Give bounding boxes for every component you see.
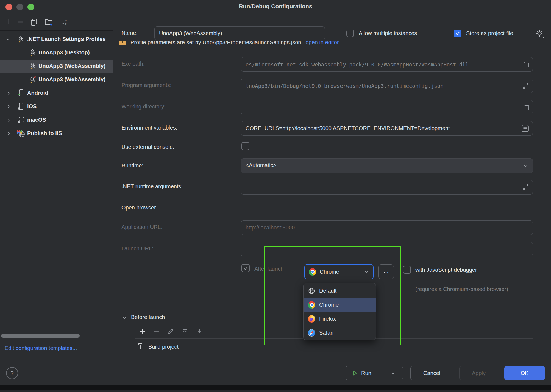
working-directory-field[interactable] xyxy=(241,100,533,114)
name-label: Name: xyxy=(121,30,138,36)
expand-field-icon[interactable] xyxy=(522,82,529,89)
browser-option-firefox[interactable]: Firefox xyxy=(304,312,376,326)
remove-configuration-icon[interactable] xyxy=(16,18,24,26)
before-launch-move-up-icon[interactable] xyxy=(181,328,189,335)
before-launch-remove-icon[interactable] xyxy=(153,328,160,335)
use-external-console-checkbox[interactable] xyxy=(241,142,249,150)
run-options-chevron-icon[interactable] xyxy=(391,371,396,376)
apply-button-label: Apply xyxy=(472,370,486,376)
macos-device-icon xyxy=(16,116,25,124)
help-button[interactable]: ? xyxy=(6,367,18,379)
tree-item-label: Android xyxy=(27,90,48,96)
rocket-icon xyxy=(28,48,37,57)
sort-configurations-icon[interactable]: a z xyxy=(60,18,69,26)
chevron-right-icon[interactable] xyxy=(7,118,11,122)
apply-button[interactable]: Apply xyxy=(459,366,498,380)
dotnet-runtime-arguments-field[interactable] xyxy=(241,180,533,195)
tree-item-label: iOS xyxy=(27,103,37,110)
before-launch-section-title: Before launch xyxy=(131,314,165,320)
folder-icon[interactable] xyxy=(521,61,529,68)
tree-item-dotnet-launch-settings[interactable]: .NET Launch Settings Profiles xyxy=(0,33,113,46)
expand-field-icon[interactable] xyxy=(522,184,529,191)
run-button-separator xyxy=(385,368,385,378)
dotnet-runtime-arguments-label: .NET runtime arguments: xyxy=(121,183,183,190)
tree-item-unoapp3-webassembly-selected[interactable]: UnoApp3 (WebAssembly) xyxy=(0,60,113,73)
rocket-error-icon xyxy=(28,75,37,84)
runtime-select[interactable]: <Automatic> xyxy=(241,158,533,173)
store-as-project-file-checkbox[interactable] xyxy=(454,30,461,37)
cancel-button[interactable]: Cancel xyxy=(410,366,453,380)
run-button-label: Run xyxy=(361,370,371,376)
build-project-hammer-icon xyxy=(137,342,145,350)
sidebar-main-divider xyxy=(113,15,113,358)
window-bottom-shadow xyxy=(0,385,551,390)
warning-icon xyxy=(119,41,126,45)
chevron-right-icon[interactable] xyxy=(7,105,11,109)
application-url-label: Application URL: xyxy=(121,224,162,230)
ok-button[interactable]: OK xyxy=(504,366,545,380)
store-as-project-file-label: Store as project file xyxy=(466,30,513,37)
name-field[interactable] xyxy=(154,26,325,40)
store-settings-gear-icon[interactable] xyxy=(535,29,545,39)
iis-globe-icon xyxy=(16,129,26,138)
browser-option-label: Chrome xyxy=(319,302,339,308)
rocket-icon xyxy=(16,35,25,44)
name-input[interactable] xyxy=(155,27,325,40)
chevron-right-icon[interactable] xyxy=(7,91,11,95)
chevron-right-icon[interactable] xyxy=(7,131,11,136)
run-split-button[interactable]: Run xyxy=(346,366,403,380)
working-directory-input[interactable] xyxy=(241,100,533,114)
environment-variables-field[interactable] xyxy=(241,121,533,136)
exe-path-field[interactable] xyxy=(241,57,533,72)
edit-configuration-templates-link[interactable]: Edit configuration templates... xyxy=(5,345,77,351)
new-folder-icon[interactable] xyxy=(44,18,53,26)
firefox-icon xyxy=(308,315,315,323)
env-variables-list-icon[interactable] xyxy=(521,124,529,133)
application-url-field[interactable] xyxy=(241,220,533,235)
js-debugger-checkbox[interactable] xyxy=(403,266,411,274)
program-arguments-field[interactable] xyxy=(241,79,533,93)
allow-multiple-instances-checkbox[interactable] xyxy=(346,30,354,37)
run-debug-configurations-dialog: Run/Debug Configurations a z xyxy=(0,0,551,392)
exe-path-input[interactable] xyxy=(241,57,533,71)
before-launch-move-down-icon[interactable] xyxy=(196,328,203,335)
browser-select[interactable]: Chrome xyxy=(304,264,374,279)
launch-url-field[interactable] xyxy=(241,242,533,256)
svg-text:a: a xyxy=(65,19,67,22)
warning-text: Profile parameters are set by UnoApp3/Pr… xyxy=(130,41,301,46)
dotnet-runtime-arguments-input[interactable] xyxy=(241,180,533,194)
environment-variables-input[interactable] xyxy=(241,121,533,135)
tree-item-macos[interactable]: macOS xyxy=(0,113,113,127)
before-launch-edit-icon[interactable] xyxy=(167,328,174,335)
add-configuration-icon[interactable] xyxy=(4,18,13,26)
launch-url-input[interactable] xyxy=(241,242,533,256)
folder-icon[interactable] xyxy=(521,104,529,111)
chevron-down-icon xyxy=(523,163,528,168)
dialog-title: Run/Debug Configurations xyxy=(0,3,551,10)
before-launch-add-icon[interactable] xyxy=(139,328,146,335)
tree-item-publish-to-iis[interactable]: Publish to IIS xyxy=(0,127,113,140)
run-play-icon xyxy=(352,370,358,376)
chevron-down-icon[interactable] xyxy=(6,37,10,41)
application-url-input[interactable] xyxy=(241,221,533,235)
tree-item-unoapp3-desktop[interactable]: UnoApp3 (Desktop) xyxy=(0,46,113,60)
sidebar-horizontal-scrollbar[interactable] xyxy=(1,334,80,338)
profile-warning-banner: Profile parameters are set by UnoApp3/Pr… xyxy=(119,41,465,51)
tree-item-android[interactable]: Android xyxy=(0,86,113,100)
chrome-icon xyxy=(309,268,316,276)
browser-option-safari[interactable]: Safari xyxy=(304,326,376,340)
exe-path-label: Exe path: xyxy=(121,61,145,67)
program-arguments-input[interactable] xyxy=(241,79,533,93)
browser-more-button[interactable]: ... xyxy=(378,264,394,279)
browser-option-default[interactable]: Default xyxy=(304,284,376,298)
tree-item-unoapp3-webassembly-invalid[interactable]: UnoApp3 (WebAssembly) xyxy=(0,73,113,86)
chrome-icon xyxy=(308,301,315,309)
copy-configuration-icon[interactable] xyxy=(30,18,38,26)
after-launch-label: After launch xyxy=(254,266,284,272)
open-in-editor-link[interactable]: open in editor xyxy=(305,41,339,46)
tree-item-ios[interactable]: iOS xyxy=(0,100,113,113)
after-launch-checkbox[interactable] xyxy=(241,264,250,272)
browser-option-chrome[interactable]: Chrome xyxy=(304,298,376,312)
before-launch-chevron-icon[interactable] xyxy=(122,316,127,320)
before-launch-box-left-border xyxy=(135,324,135,358)
